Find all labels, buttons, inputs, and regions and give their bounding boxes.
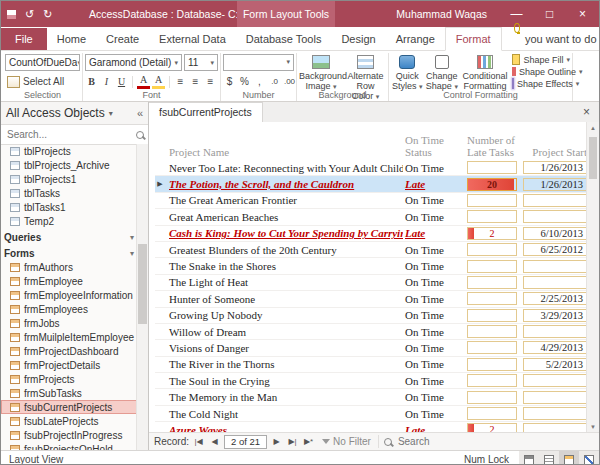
project-name-cell[interactable]: Greatest Blunders of the 20th Century <box>165 244 403 256</box>
project-start-cell[interactable]: 5/2/2013 <box>523 358 587 371</box>
column-header-late-tasks[interactable]: Number of Late Tasks <box>467 134 523 158</box>
last-record-button[interactable]: ▶| <box>286 437 299 446</box>
nav-item-frmprojectdashboard[interactable]: frmProjectDashboard <box>1 344 137 358</box>
record-position-box[interactable]: 2 of 21 <box>224 435 267 449</box>
tab-arrange[interactable]: Arrange <box>386 28 445 50</box>
increase-decimals-button[interactable]: .0 <box>268 74 281 89</box>
nav-item-frmemployeeinformation[interactable]: frmEmployeeInformation <box>1 288 137 302</box>
user-name[interactable]: Muhammad Waqas <box>396 1 487 27</box>
nav-item-tblprojects[interactable]: tblProjects <box>1 144 137 158</box>
table-row[interactable]: Willow of DreamOn Time <box>155 324 587 340</box>
late-tasks-cell[interactable] <box>467 325 517 338</box>
italic-button[interactable]: I <box>100 74 113 89</box>
undo-icon[interactable]: ↺ <box>25 1 34 27</box>
late-tasks-cell[interactable] <box>467 194 517 207</box>
table-row[interactable]: Never Too Late: Reconnecting with Your A… <box>155 160 587 176</box>
status-cell[interactable]: On Time <box>403 309 467 321</box>
status-cell[interactable]: On Time <box>403 342 467 354</box>
project-start-cell[interactable]: 1/26/2013 <box>523 178 587 191</box>
nav-item-tblprojects_archive[interactable]: tblProjects_Archive <box>1 158 137 172</box>
tab-create[interactable]: Create <box>96 28 149 50</box>
project-name-cell[interactable]: Hunter of Someone <box>165 293 403 305</box>
project-name-cell[interactable]: Cash is King: How to Cut Your Spending b… <box>165 227 403 239</box>
late-tasks-cell[interactable] <box>467 292 517 305</box>
project-start-cell[interactable] <box>523 210 587 223</box>
late-tasks-cell[interactable] <box>467 341 517 354</box>
project-name-cell[interactable]: The Potion, the Scroll, and the Cauldron <box>165 178 403 190</box>
project-name-cell[interactable]: The Memory in the Man <box>165 391 403 403</box>
project-start-cell[interactable]: 3/29/2013 <box>523 309 587 322</box>
datasheet-view-button[interactable] <box>539 451 559 465</box>
nav-item-frmemployees[interactable]: frmEmployees <box>1 302 137 316</box>
late-tasks-cell[interactable] <box>467 391 517 404</box>
tab-design[interactable]: Design <box>331 28 385 50</box>
previous-record-button[interactable]: ◀ <box>208 437 221 446</box>
project-name-cell[interactable]: The Snake in the Shores <box>165 260 403 272</box>
nav-item-tbltasks1[interactable]: tblTasks1 <box>1 200 137 214</box>
table-row[interactable]: Growing Up NobodyOn Time3/29/2013 <box>155 308 587 324</box>
nav-section-forms[interactable]: Forms▾ <box>1 246 137 260</box>
late-tasks-cell[interactable] <box>467 358 517 371</box>
project-start-cell[interactable] <box>523 325 587 338</box>
background-color-button[interactable]: A <box>152 74 165 89</box>
project-name-cell[interactable]: The Great American Frontier <box>165 194 403 206</box>
form-view-button[interactable] <box>519 451 539 465</box>
status-cell[interactable]: On Time <box>403 293 467 305</box>
nav-search-box[interactable] <box>1 125 148 145</box>
font-size-combo[interactable]: 11 ▾ <box>184 54 218 71</box>
nav-item-fsubprojectsonhold[interactable]: fsubProjectsOnHold <box>1 442 137 450</box>
tab-format[interactable]: Format <box>445 27 502 51</box>
status-cell[interactable]: On Time <box>403 276 467 288</box>
underline-button[interactable]: U <box>115 74 128 89</box>
project-name-cell[interactable]: The Cold Night <box>165 408 403 420</box>
nav-search-input[interactable] <box>5 128 136 141</box>
new-record-button[interactable]: ▶* <box>302 437 315 446</box>
scroll-up-icon[interactable]: ▲ <box>590 122 596 134</box>
close-button[interactable]: × <box>566 1 599 27</box>
status-cell[interactable]: On Time <box>403 408 467 420</box>
nav-item-fsubprojectinprogress[interactable]: fsubProjectInProgress <box>1 428 137 442</box>
late-tasks-cell[interactable]: 20 <box>467 178 517 191</box>
nav-item-frmmuilpleitememployee[interactable]: frmMuilpleItemEmployee <box>1 330 137 344</box>
nav-item-temp2[interactable]: Temp2 <box>1 214 137 228</box>
shutter-collapse-icon[interactable]: « <box>137 107 143 119</box>
redo-icon[interactable]: ↻ <box>43 1 52 27</box>
nav-pane-header[interactable]: All Access Objects ▾ « <box>1 102 148 125</box>
project-name-cell[interactable]: The Light of Heat <box>165 276 403 288</box>
record-search-input[interactable] <box>396 435 505 448</box>
decrease-decimals-button[interactable]: .00 <box>283 74 296 89</box>
tab-file[interactable]: File <box>1 28 47 50</box>
shape-outline-button[interactable]: Shape Outline ▾ <box>512 66 570 77</box>
late-tasks-cell[interactable] <box>467 243 517 256</box>
font-color-button[interactable]: A <box>137 74 150 89</box>
bold-button[interactable]: B <box>85 74 98 89</box>
project-start-cell[interactable]: 4/29/2013 <box>523 341 587 354</box>
status-cell[interactable]: On Time <box>403 358 467 370</box>
maximize-button[interactable]: □ <box>533 1 566 27</box>
table-row[interactable]: The Cold NightOn Time <box>155 406 587 422</box>
comma-format-button[interactable]: , <box>253 74 266 89</box>
table-row[interactable]: The River in the ThornsOn Time5/2/2013 <box>155 357 587 373</box>
table-row[interactable]: The Light of HeatOn Time <box>155 275 587 291</box>
nav-item-frmsubtasks[interactable]: frmSubTasks <box>1 386 137 400</box>
status-cell[interactable]: On Time <box>403 375 467 387</box>
table-row[interactable]: Visions of DangerOn Time4/29/2013 <box>155 340 587 356</box>
late-tasks-cell[interactable] <box>467 161 517 174</box>
table-row[interactable]: Cash is King: How to Cut Your Spending b… <box>155 226 587 242</box>
table-row[interactable]: The Snake in the ShoresOn Time <box>155 258 587 274</box>
project-start-cell[interactable] <box>523 260 587 273</box>
shape-effects-button[interactable]: Shape Effects ▾ <box>512 78 570 89</box>
quick-styles-button[interactable]: Quick Styles ▾ <box>391 54 424 92</box>
project-start-cell[interactable] <box>523 391 587 404</box>
object-selector-combo[interactable]: CountOfDueDa ▾ <box>5 54 80 71</box>
design-view-button[interactable] <box>579 451 599 465</box>
nav-item-frmprojectdetails[interactable]: frmProjectDetails <box>1 358 137 372</box>
scrollbar-thumb[interactable] <box>589 137 597 179</box>
change-shape-button[interactable]: Change Shape ▾ <box>426 54 459 92</box>
table-row[interactable]: The Great American FrontierOn Time <box>155 193 587 209</box>
layout-view-button[interactable] <box>559 451 579 465</box>
project-name-cell[interactable]: Great American Beaches <box>165 211 403 223</box>
nav-item-frmjobs[interactable]: frmJobs <box>1 316 137 330</box>
late-tasks-cell[interactable]: 2 <box>467 227 517 240</box>
late-tasks-cell[interactable] <box>467 260 517 273</box>
